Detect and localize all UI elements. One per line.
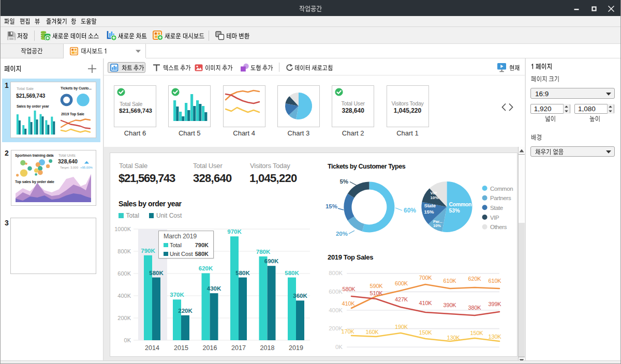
svg-text:20%: 20% bbox=[336, 231, 348, 237]
svg-text:200K: 200K bbox=[117, 315, 131, 321]
svg-text:160K: 160K bbox=[366, 329, 379, 335]
svg-text:2014: 2014 bbox=[145, 344, 159, 352]
svg-text:360K: 360K bbox=[293, 293, 307, 299]
svg-text:690K: 690K bbox=[264, 258, 279, 264]
svg-text:600K: 600K bbox=[329, 289, 343, 295]
svg-text:10%: 10% bbox=[433, 223, 441, 228]
svg-text:5%: 5% bbox=[339, 178, 348, 185]
svg-text:427K: 427K bbox=[395, 296, 408, 302]
svg-text:430K: 430K bbox=[207, 285, 221, 292]
svg-text:399K: 399K bbox=[489, 301, 502, 307]
svg-text:580K: 580K bbox=[343, 286, 356, 292]
svg-text:390K: 390K bbox=[443, 302, 457, 308]
svg-text:State: State bbox=[424, 203, 436, 208]
svg-text:State: State bbox=[490, 205, 503, 211]
svg-text:580K: 580K bbox=[149, 270, 164, 276]
svg-text:610K: 610K bbox=[443, 278, 457, 284]
svg-text:370K: 370K bbox=[170, 292, 184, 298]
svg-text:0K: 0K bbox=[124, 337, 131, 343]
svg-text:53%: 53% bbox=[449, 207, 461, 214]
svg-text:150K: 150K bbox=[470, 330, 484, 336]
svg-text:Partners: Partners bbox=[490, 195, 511, 201]
svg-text:VIP: VIP bbox=[431, 191, 438, 195]
svg-text:620K: 620K bbox=[199, 265, 213, 271]
svg-text:130K: 130K bbox=[447, 335, 461, 341]
svg-text:220K: 220K bbox=[178, 308, 193, 314]
svg-text:400K: 400K bbox=[329, 307, 343, 313]
svg-text:380K: 380K bbox=[468, 305, 482, 311]
svg-text:15%: 15% bbox=[424, 209, 435, 215]
svg-text:0K: 0K bbox=[335, 344, 343, 350]
svg-text:410K: 410K bbox=[419, 300, 433, 306]
svg-text:2015: 2015 bbox=[174, 344, 188, 352]
svg-text:2016: 2016 bbox=[203, 344, 217, 352]
svg-text:700K: 700K bbox=[419, 275, 433, 281]
svg-text:Others: Others bbox=[490, 224, 507, 230]
svg-text:790K: 790K bbox=[141, 248, 155, 254]
svg-text:970K: 970K bbox=[227, 229, 242, 235]
svg-text:800K: 800K bbox=[329, 270, 343, 276]
svg-text:Common: Common bbox=[490, 186, 513, 192]
svg-text:510K: 510K bbox=[370, 290, 383, 296]
svg-text:130K: 130K bbox=[489, 333, 502, 340]
svg-text:150K: 150K bbox=[419, 329, 433, 336]
svg-text:2017: 2017 bbox=[231, 344, 246, 352]
svg-text:60%: 60% bbox=[404, 207, 416, 214]
svg-text:580K: 580K bbox=[235, 270, 250, 276]
svg-text:610K: 610K bbox=[489, 278, 502, 284]
svg-text:170K: 170K bbox=[342, 328, 355, 335]
svg-text:780K: 780K bbox=[256, 249, 271, 255]
svg-text:600K: 600K bbox=[395, 280, 408, 286]
svg-text:400K: 400K bbox=[117, 293, 131, 299]
svg-text:410K: 410K bbox=[342, 300, 356, 307]
svg-text:2018: 2018 bbox=[260, 344, 275, 352]
svg-text:620K: 620K bbox=[468, 276, 482, 282]
svg-text:190K: 190K bbox=[395, 324, 408, 330]
svg-text:580K: 580K bbox=[285, 270, 299, 276]
svg-text:600K: 600K bbox=[117, 270, 131, 277]
svg-text:15%: 15% bbox=[326, 203, 337, 209]
svg-text:1000K: 1000K bbox=[114, 226, 131, 232]
svg-text:800K: 800K bbox=[117, 248, 131, 254]
svg-text:Common: Common bbox=[449, 201, 472, 207]
svg-text:10%: 10% bbox=[431, 195, 439, 200]
svg-text:2019: 2019 bbox=[289, 344, 303, 352]
svg-text:590K: 590K bbox=[370, 283, 383, 289]
svg-text:200K: 200K bbox=[329, 325, 343, 331]
svg-text:VIP: VIP bbox=[490, 215, 499, 221]
